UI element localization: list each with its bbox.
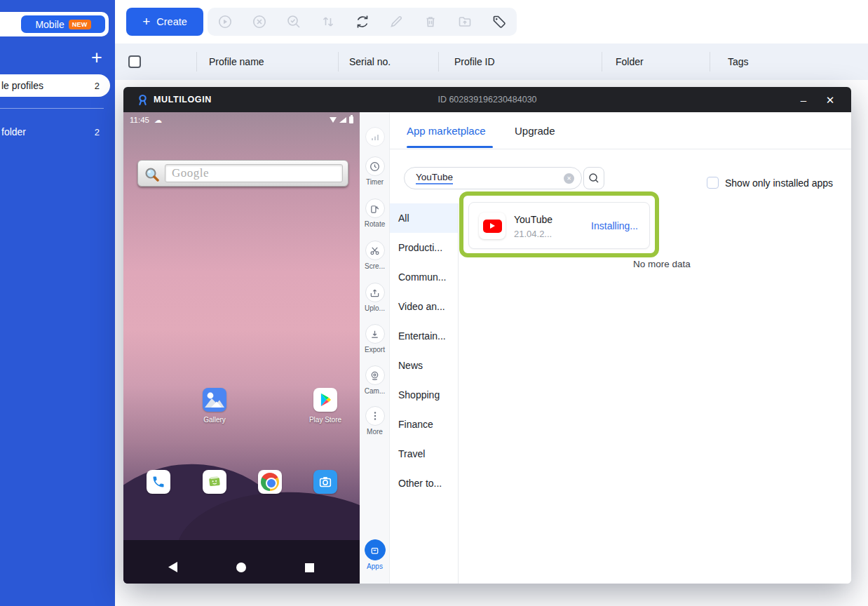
sidebar-item-count: 2	[95, 127, 100, 137]
sidebar-item-label: le profiles	[0, 80, 43, 91]
clock-text: 11:45	[130, 116, 149, 124]
gallery-icon	[203, 388, 226, 412]
app-card-youtube[interactable]: YouTube 21.04.2... Installing...	[468, 202, 650, 249]
category-productivity[interactable]: Producti...	[390, 233, 458, 262]
check-proxy-button[interactable]	[286, 14, 301, 29]
sort-button[interactable]	[320, 14, 336, 29]
category-all[interactable]: All	[390, 203, 458, 233]
tab-app-marketplace[interactable]: App marketplace	[407, 125, 486, 137]
create-button-label: Create	[156, 16, 187, 27]
emulator-tool-rail: Timer Rotate Scre... Uplo... Export Cam.…	[360, 112, 390, 584]
recents-button[interactable]	[305, 563, 314, 572]
app-name: YouTube	[514, 214, 552, 225]
sidebar-item-mobile-profiles[interactable]: le profiles 2	[0, 74, 110, 97]
signal-bars-icon	[370, 132, 380, 142]
magnifier-icon	[144, 166, 161, 183]
category-video[interactable]: Video an...	[390, 292, 458, 321]
play-store-icon	[316, 391, 334, 409]
tag-button[interactable]	[491, 14, 507, 29]
chrome-icon	[261, 473, 279, 491]
sidebar-divider	[0, 108, 104, 109]
app-label: Play Store	[304, 416, 346, 424]
select-all-checkbox[interactable]	[128, 55, 141, 68]
google-logo-text: Google	[172, 166, 209, 180]
delete-button[interactable]	[423, 14, 438, 29]
chrome-app[interactable]	[249, 470, 291, 494]
column-header-folder: Folder	[616, 56, 644, 67]
refresh-icon	[355, 14, 370, 29]
android-navbar	[123, 540, 360, 584]
move-to-folder-button[interactable]	[457, 14, 473, 29]
window-titlebar: MULTILOGIN ID 602839196230484030 – ✕	[123, 87, 851, 112]
trash-icon	[423, 14, 438, 29]
search-value: YouTube	[416, 172, 453, 184]
category-entertainment[interactable]: Entertain...	[390, 321, 458, 351]
shopping-bag-icon	[369, 545, 380, 556]
app-search-input[interactable]: YouTube ✕	[404, 167, 582, 189]
category-news[interactable]: News	[390, 351, 458, 380]
timer-tool[interactable]: Timer	[360, 156, 390, 186]
phone-app[interactable]	[137, 470, 179, 494]
column-header-serial-no: Serial no.	[349, 56, 391, 67]
profile-id-text: ID 602839196230484030	[123, 95, 851, 105]
show-installed-checkbox[interactable]	[707, 177, 719, 189]
emulator-window: MULTILOGIN ID 602839196230484030 – ✕ 11:…	[123, 87, 851, 584]
mobile-toggle-label: Mobile	[35, 19, 64, 30]
plus-icon: +	[142, 15, 150, 28]
category-other[interactable]: Other to...	[390, 469, 458, 498]
phone-call-icon	[151, 475, 165, 489]
new-badge: NEW	[69, 20, 91, 29]
close-button[interactable]: ✕	[822, 91, 839, 108]
more-tool[interactable]: More	[360, 406, 390, 436]
install-status-link[interactable]: Installing...	[591, 220, 638, 231]
column-divider	[602, 52, 602, 72]
google-search-input[interactable]: Google	[165, 164, 343, 182]
android-statusbar: 11:45 ☁	[123, 112, 360, 128]
upload-tool[interactable]: Uplo...	[360, 283, 390, 312]
stop-button[interactable]	[252, 14, 267, 29]
youtube-icon	[479, 213, 506, 239]
screenshot-tool[interactable]: Scre...	[360, 241, 390, 270]
home-button[interactable]	[236, 563, 246, 572]
app-marketplace-panel: App marketplace Upgrade YouTube ✕ Show o…	[390, 112, 851, 584]
mobile-toggle-option[interactable]: Mobile NEW	[21, 15, 105, 33]
weather-cloud-icon: ☁	[154, 116, 162, 125]
add-group-button[interactable]: +	[91, 48, 102, 67]
battery-icon	[349, 116, 353, 123]
sidebar-item-folder[interactable]: folder 2	[0, 121, 110, 143]
start-button[interactable]	[217, 14, 233, 29]
camera-app[interactable]	[304, 470, 346, 494]
apps-tool[interactable]: Apps	[360, 539, 390, 570]
play-store-app[interactable]: Play Store	[304, 388, 346, 424]
category-shopping[interactable]: Shopping	[390, 380, 458, 410]
sidebar-item-count: 2	[95, 81, 100, 91]
minimize-button[interactable]: –	[795, 91, 812, 108]
category-travel[interactable]: Travel	[390, 439, 458, 469]
camera-tool[interactable]: Cam...	[360, 365, 390, 395]
create-button[interactable]: + Create	[126, 8, 203, 36]
refresh-button[interactable]	[355, 14, 370, 29]
tab-upgrade[interactable]: Upgrade	[515, 125, 555, 137]
folder-up-icon	[457, 14, 473, 29]
stop-icon	[252, 14, 267, 29]
category-communication[interactable]: Commun...	[390, 262, 458, 292]
tabs-divider	[390, 149, 851, 149]
edit-button[interactable]	[388, 14, 404, 29]
network-status	[360, 127, 390, 147]
play-icon	[217, 14, 233, 29]
android-screen: 11:45 ☁ Google Gallery	[123, 112, 360, 584]
active-tab-underline	[407, 146, 493, 148]
gallery-app[interactable]: Gallery	[194, 388, 236, 424]
messages-app[interactable]	[194, 470, 236, 494]
google-search-widget[interactable]: Google	[137, 160, 348, 187]
back-button[interactable]	[168, 562, 177, 572]
clock-icon	[369, 161, 380, 172]
column-header-tags: Tags	[728, 56, 749, 67]
rotate-tool[interactable]: Rotate	[360, 198, 390, 228]
search-button[interactable]	[583, 167, 604, 189]
export-tool[interactable]: Export	[360, 324, 390, 354]
category-list: All Producti... Commun... Video an... En…	[390, 203, 459, 584]
scissors-icon	[369, 245, 380, 256]
category-finance[interactable]: Finance	[390, 410, 458, 439]
clear-search-button[interactable]: ✕	[564, 173, 574, 184]
